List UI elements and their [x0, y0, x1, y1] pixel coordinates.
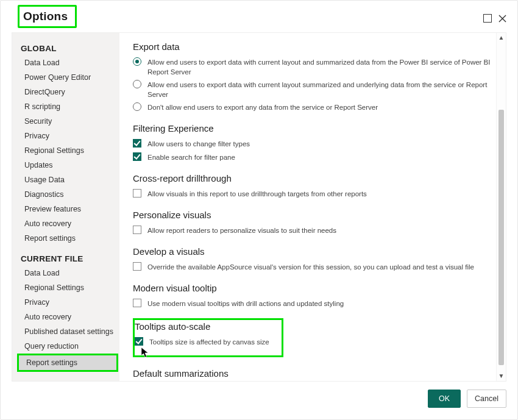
radio-label: Allow end users to export data with curr…: [147, 57, 491, 77]
sidebar-item-cf-data-load[interactable]: Data Load: [12, 266, 119, 280]
checkbox-develop-visuals[interactable]: [133, 262, 141, 271]
options-dialog: Options GLOBAL Data Load Power Query Edi…: [0, 0, 518, 420]
section-title-tooltips-autoscale: Tooltips auto-scale: [135, 321, 269, 332]
radio-export-none[interactable]: [133, 102, 141, 111]
close-icon[interactable]: [498, 14, 506, 23]
section-title-export-data: Export data: [133, 41, 491, 52]
checkbox-cross-report-drillthrough[interactable]: [133, 189, 141, 198]
sidebar-item-cf-regional-settings[interactable]: Regional Settings: [12, 280, 119, 295]
sidebar-item-cf-query-reduction[interactable]: Query reduction: [12, 339, 119, 354]
sidebar-item-report-settings-global[interactable]: Report settings: [12, 231, 119, 246]
checkbox-label: Use modern visual tooltips with drill ac…: [147, 298, 344, 308]
checkbox-label: Enable search for filter pane: [147, 152, 235, 162]
section-title-personalize: Personalize visuals: [133, 210, 491, 220]
radio-label: Don't allow end users to export any data…: [147, 102, 378, 112]
sidebar-item-auto-recovery[interactable]: Auto recovery: [12, 216, 119, 231]
sidebar-item-data-load[interactable]: Data Load: [12, 55, 119, 70]
sidebar-item-cf-published-dataset-settings[interactable]: Published dataset settings: [12, 324, 119, 339]
section-title-cross-report: Cross-report drillthrough: [133, 173, 491, 183]
checkbox-enable-search-filter-pane[interactable]: [133, 152, 141, 161]
sidebar-item-power-query-editor[interactable]: Power Query Editor: [12, 70, 119, 85]
radio-export-summarized[interactable]: [133, 57, 141, 66]
sidebar-item-cf-report-settings[interactable]: Report settings: [19, 355, 116, 370]
content-pane: Export data Allow end users to export da…: [119, 33, 496, 381]
section-title-develop: Develop a visuals: [133, 246, 491, 257]
sidebar-item-directquery[interactable]: DirectQuery: [12, 85, 119, 99]
checkbox-label: Override the available AppSource visual'…: [147, 262, 474, 272]
cancel-button[interactable]: Cancel: [467, 390, 506, 408]
title-highlight: Options: [18, 5, 77, 28]
section-title-modern-tooltip: Modern visual tooltip: [133, 283, 491, 293]
checkbox-change-filter-types[interactable]: [133, 139, 141, 148]
titlebar: Options: [1, 1, 517, 32]
sidebar-item-r-scripting[interactable]: R scripting: [12, 99, 119, 114]
cursor-icon: [141, 347, 151, 360]
sidebar-item-cf-privacy[interactable]: Privacy: [12, 295, 119, 310]
dialog-title: Options: [23, 10, 68, 23]
checkbox-tooltips-autoscale[interactable]: [135, 337, 143, 346]
sidebar-item-diagnostics[interactable]: Diagnostics: [12, 187, 119, 202]
checkbox-label: Tooltips size is affected by canvas size: [149, 336, 269, 347]
radio-label: Allow end users to export data with curr…: [147, 79, 491, 99]
checkbox-label: Allow report readers to personalize visu…: [147, 225, 336, 235]
tooltips-autoscale-highlight: Tooltips auto-scale Tooltips size is aff…: [133, 318, 283, 357]
checkbox-personalize-visuals[interactable]: [133, 226, 141, 234]
dialog-footer: OK Cancel: [12, 386, 506, 411]
checkbox-label: Allow visuals in this report to use dril…: [147, 188, 367, 199]
sidebar-header-global: GLOBAL: [12, 35, 119, 55]
checkbox-label: Allow users to change filter types: [147, 138, 250, 149]
sidebar-item-cf-auto-recovery[interactable]: Auto recovery: [12, 310, 119, 324]
section-title-filtering: Filtering Experience: [133, 123, 491, 133]
sidebar: GLOBAL Data Load Power Query Editor Dire…: [12, 33, 119, 381]
radio-export-underlying[interactable]: [133, 80, 141, 88]
maximize-icon[interactable]: [483, 14, 492, 23]
sidebar-item-updates[interactable]: Updates: [12, 158, 119, 173]
ok-button[interactable]: OK: [428, 390, 461, 408]
section-title-default-summarizations: Default summarizations: [133, 368, 491, 379]
scroll-thumb[interactable]: [498, 110, 504, 365]
sidebar-header-current-file: CURRENT FILE: [12, 246, 119, 266]
sidebar-item-regional-settings[interactable]: Regional Settings: [12, 143, 119, 158]
sidebar-item-usage-data[interactable]: Usage Data: [12, 173, 119, 187]
scroll-down-icon[interactable]: ▼: [498, 371, 505, 381]
scrollbar[interactable]: ▲ ▼: [496, 33, 506, 381]
sidebar-item-security[interactable]: Security: [12, 114, 119, 129]
sidebar-item-privacy[interactable]: Privacy: [12, 129, 119, 143]
sidebar-highlight: Report settings: [17, 354, 118, 372]
scroll-up-icon[interactable]: ▲: [498, 33, 505, 43]
checkbox-modern-tooltip[interactable]: [133, 299, 141, 307]
sidebar-item-preview-features[interactable]: Preview features: [12, 202, 119, 216]
